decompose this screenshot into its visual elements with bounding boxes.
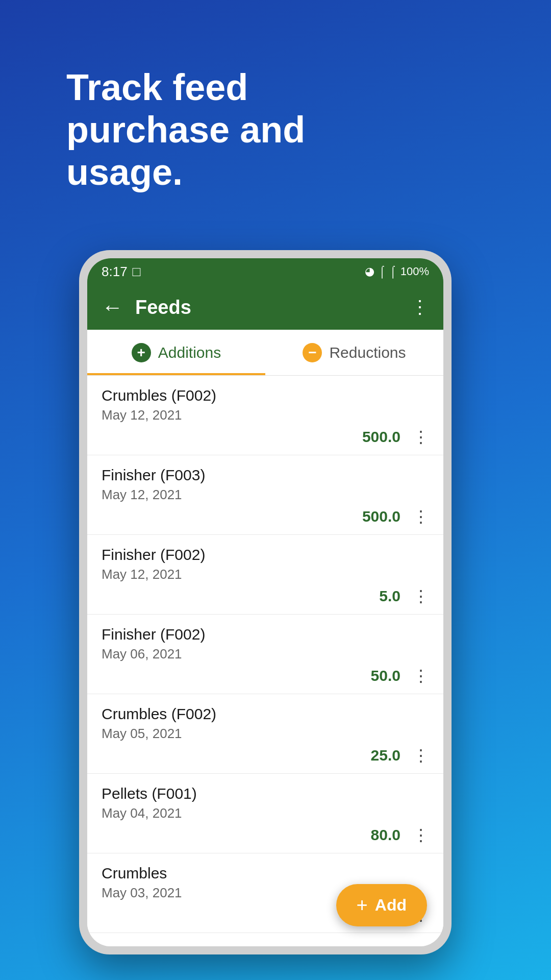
item-menu-button[interactable]: ⋮ xyxy=(413,429,429,445)
item-menu-button[interactable]: ⋮ xyxy=(413,668,429,684)
item-menu-button[interactable]: ⋮ xyxy=(413,827,429,843)
feed-date: May 04, 2021 xyxy=(102,805,429,821)
app-bar-title: Feeds xyxy=(135,297,411,318)
feed-name: Finisher (F003) xyxy=(102,467,429,484)
list-item: Crumbles (F002) May 05, 2021 25.0 ⋮ xyxy=(87,694,443,774)
tab-additions[interactable]: + Additions xyxy=(87,330,265,375)
wifi-icon: ◕ xyxy=(365,265,374,278)
item-menu-button[interactable]: ⋮ xyxy=(413,508,429,525)
list-item: Finisher (F002) May 12, 2021 5.0 ⋮ xyxy=(87,535,443,615)
list-item: Finisher (F003) May 12, 2021 500.0 ⋮ xyxy=(87,455,443,535)
status-bar: 8:17 □ ◕ ⌠ ⌠ 100% xyxy=(87,258,443,285)
fab-label: Add xyxy=(375,896,407,915)
feed-date: May 05, 2021 xyxy=(102,726,429,742)
fab-container: + Add xyxy=(336,884,427,926)
add-button[interactable]: + Add xyxy=(336,884,427,926)
phone-frame: 8:17 □ ◕ ⌠ ⌠ 100% ← Feeds ⋮ + Additions … xyxy=(79,250,452,954)
tab-reductions[interactable]: − Reductions xyxy=(265,330,443,375)
back-button[interactable]: ← xyxy=(102,295,123,320)
feed-date: May 06, 2021 xyxy=(102,646,429,662)
feed-name: Mash (F001) xyxy=(102,944,429,946)
list-item: Pellets (F001) May 04, 2021 80.0 ⋮ xyxy=(87,774,443,853)
tab-add-icon: + xyxy=(132,343,151,362)
feed-amount: 80.0 xyxy=(371,826,400,844)
signal-icon-2: ⌠ xyxy=(389,265,396,278)
screen-icon: □ xyxy=(133,264,141,280)
feed-date: May 12, 2021 xyxy=(102,567,429,582)
fab-plus-icon: + xyxy=(357,894,368,916)
tab-minus-icon: − xyxy=(303,343,322,362)
feed-name: Crumbles xyxy=(102,865,429,882)
signal-icon: ⌠ xyxy=(379,265,385,278)
app-bar: ← Feeds ⋮ xyxy=(87,285,443,330)
list-item: Finisher (F002) May 06, 2021 50.0 ⋮ xyxy=(87,615,443,694)
feed-amount: 500.0 xyxy=(362,508,400,525)
list-item: Mash (F001) May 02, 2021 ⋮ xyxy=(87,933,443,946)
item-menu-button[interactable]: ⋮ xyxy=(413,747,429,764)
feed-amount: 500.0 xyxy=(362,428,400,446)
feed-list: Crumbles (F002) May 12, 2021 500.0 ⋮ Fin… xyxy=(87,376,443,946)
feed-amount: 5.0 xyxy=(379,587,400,605)
feed-name: Crumbles (F002) xyxy=(102,387,429,404)
feed-amount: 25.0 xyxy=(371,747,400,764)
feed-amount: 50.0 xyxy=(371,667,400,684)
tabs-bar: + Additions − Reductions xyxy=(87,330,443,376)
item-menu-button[interactable]: ⋮ xyxy=(413,588,429,604)
tab-additions-label: Additions xyxy=(158,344,221,361)
feed-name: Finisher (F002) xyxy=(102,626,429,643)
feed-name: Crumbles (F002) xyxy=(102,705,429,723)
status-time: 8:17 xyxy=(102,264,128,280)
menu-button[interactable]: ⋮ xyxy=(411,297,429,318)
feed-name: Pellets (F001) xyxy=(102,785,429,802)
feed-name: Finisher (F002) xyxy=(102,546,429,564)
list-item: Crumbles (F002) May 12, 2021 500.0 ⋮ xyxy=(87,376,443,455)
feed-date: May 12, 2021 xyxy=(102,487,429,503)
tab-reductions-label: Reductions xyxy=(329,344,406,361)
hero-text-block: Track feed purchase and usage. xyxy=(66,66,352,193)
battery-text: 100% xyxy=(400,265,429,278)
feed-date: May 12, 2021 xyxy=(102,407,429,423)
